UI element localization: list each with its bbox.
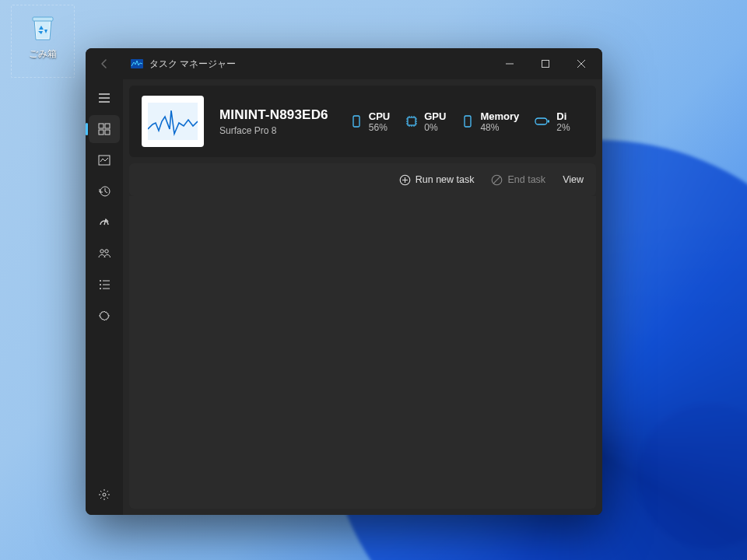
svg-rect-6: [99, 130, 103, 135]
svg-rect-20: [353, 116, 359, 127]
disk-icon: [535, 117, 550, 126]
view-label: View: [563, 174, 584, 185]
svg-point-10: [100, 250, 103, 253]
svg-point-12: [100, 280, 101, 282]
svg-rect-5: [105, 124, 110, 128]
metric-gpu-label: GPU: [424, 110, 446, 122]
svg-rect-7: [105, 130, 110, 135]
metric-memory-value: 48%: [480, 122, 519, 133]
minimize-button[interactable]: [492, 51, 528, 76]
metrics-row: CPU 56% GPU 0%: [350, 110, 570, 133]
metric-memory[interactable]: Memory 48%: [461, 110, 519, 133]
app-icon: [131, 58, 143, 70]
task-manager-window: タスク マネージャー: [86, 48, 602, 515]
nav-sidebar: [86, 79, 123, 515]
svg-rect-4: [99, 124, 103, 128]
window-title: タスク マネージャー: [149, 58, 236, 71]
svg-line-27: [494, 177, 501, 184]
maximize-button[interactable]: [528, 51, 563, 76]
svg-rect-3: [542, 61, 549, 68]
metric-disk[interactable]: Di 2%: [535, 110, 570, 133]
svg-rect-21: [408, 117, 416, 125]
nav-processes[interactable]: [89, 115, 120, 143]
svg-rect-22: [465, 116, 471, 127]
system-summary-card: MININT-N893ED6 Surface Pro 8 CPU 56%: [129, 86, 596, 157]
nav-startup[interactable]: [89, 208, 120, 236]
view-menu-button[interactable]: View: [563, 174, 584, 185]
close-button[interactable]: [563, 51, 599, 76]
plus-circle-icon: [399, 174, 411, 186]
process-toolbar: Run new task End task View: [129, 163, 596, 196]
titlebar[interactable]: タスク マネージャー: [86, 48, 602, 79]
metric-gpu[interactable]: GPU 0%: [405, 110, 446, 133]
host-name: MININT-N893ED6: [219, 107, 328, 123]
metric-disk-label: Di: [556, 110, 570, 122]
svg-point-14: [100, 288, 101, 289]
host-info: MININT-N893ED6 Surface Pro 8: [219, 107, 328, 136]
metric-cpu[interactable]: CPU 56%: [350, 110, 390, 133]
svg-rect-23: [535, 118, 547, 124]
back-button[interactable]: [92, 51, 117, 76]
end-task-button[interactable]: End task: [491, 174, 545, 186]
desktop-wallpaper: ごみ箱 タスク マネージャー: [0, 0, 747, 560]
content-area: MININT-N893ED6 Surface Pro 8 CPU 56%: [123, 79, 602, 515]
run-new-task-label: Run new task: [416, 174, 475, 185]
prohibit-icon: [491, 174, 503, 186]
desktop-icon-recycle-bin[interactable]: ごみ箱: [11, 5, 75, 78]
gpu-icon: [405, 115, 418, 128]
memory-icon: [461, 114, 474, 128]
svg-point-11: [105, 250, 108, 253]
svg-rect-0: [33, 17, 53, 21]
metric-gpu-value: 0%: [424, 122, 446, 133]
nav-hamburger[interactable]: [89, 84, 120, 112]
metric-cpu-value: 56%: [369, 122, 390, 133]
nav-app-history[interactable]: [89, 177, 120, 205]
svg-point-18: [103, 493, 106, 496]
nav-services[interactable]: [89, 302, 120, 330]
svg-point-13: [100, 284, 101, 285]
metric-disk-value: 2%: [556, 122, 570, 133]
run-new-task-button[interactable]: Run new task: [399, 174, 475, 186]
perf-thumbnail: [142, 96, 204, 147]
metric-memory-label: Memory: [480, 110, 519, 122]
metric-cpu-label: CPU: [369, 110, 390, 122]
nav-settings[interactable]: [89, 481, 120, 509]
nav-details[interactable]: [89, 271, 120, 299]
host-model: Surface Pro 8: [219, 125, 328, 136]
nav-users[interactable]: [89, 240, 120, 268]
svg-rect-24: [548, 121, 549, 123]
desktop-icon-label: ごみ箱: [12, 47, 74, 61]
recycle-bin-icon: [26, 12, 59, 44]
nav-performance[interactable]: [89, 146, 120, 174]
end-task-label: End task: [507, 174, 545, 185]
cpu-icon: [350, 114, 363, 128]
process-list-area[interactable]: [129, 196, 596, 509]
